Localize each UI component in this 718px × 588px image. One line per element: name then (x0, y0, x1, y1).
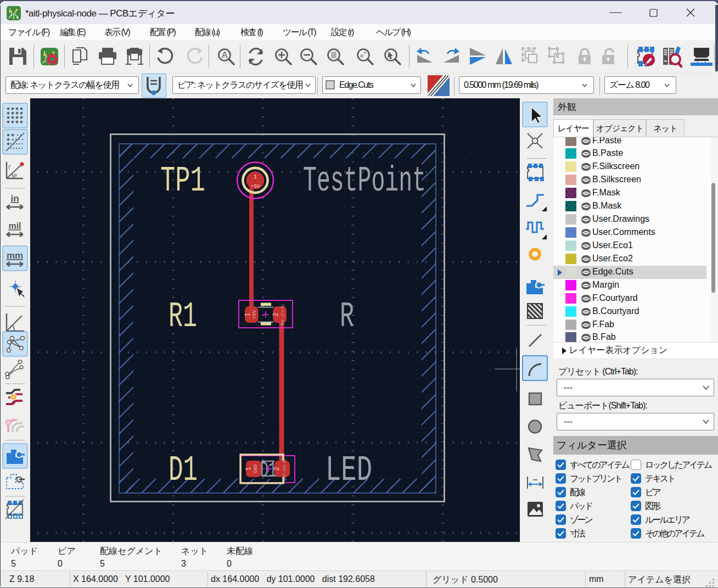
svg-text:r: r (8, 163, 11, 170)
svg-text:TP1: TP1 (160, 161, 205, 201)
svg-text:in: in (10, 193, 19, 204)
svg-text:+5V: +5V (252, 310, 257, 319)
svg-text:LED: LED (326, 451, 372, 490)
svg-text:D1: D1 (169, 451, 198, 490)
svg-text:2: 2 (273, 467, 281, 471)
svg-text:TestPoint: TestPoint (303, 161, 426, 201)
svg-text:Net-(D1-A): Net-(D1-A) (283, 458, 287, 479)
svg-text:+5V: +5V (250, 183, 260, 189)
svg-text:1: 1 (254, 173, 257, 180)
svg-text:2: 2 (272, 312, 280, 316)
svg-text:GND: GND (253, 464, 259, 473)
svg-text:Net-(D1-A): Net-(D1-A) (281, 304, 285, 325)
svg-text:mil: mil (8, 221, 21, 231)
svg-text:R1: R1 (169, 297, 197, 337)
svg-text:mm: mm (7, 250, 23, 261)
svg-text:θ: θ (14, 172, 17, 178)
svg-text:1: 1 (245, 467, 253, 471)
svg-text:1: 1 (244, 312, 252, 316)
svg-text:R: R (340, 297, 354, 337)
svg-text:A: A (222, 51, 228, 60)
